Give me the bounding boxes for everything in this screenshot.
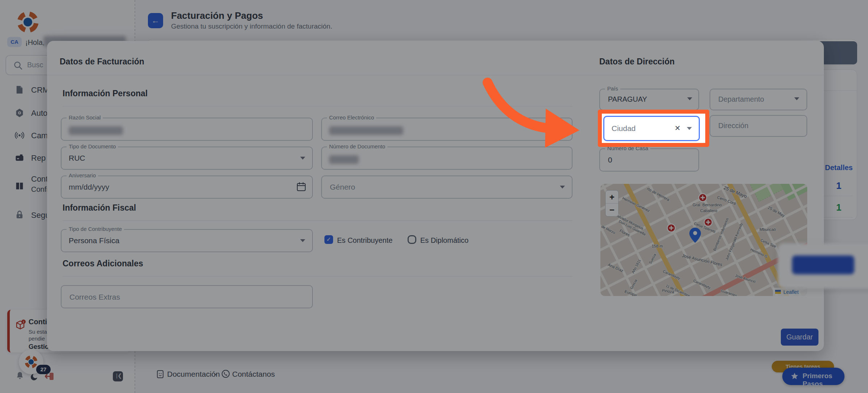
ciudad-autocomplete-field[interactable]: Ciudad ✕ xyxy=(603,116,700,141)
chevron-down-icon xyxy=(687,97,692,100)
tipo-documento-select[interactable] xyxy=(61,147,313,170)
search-icon xyxy=(13,61,23,70)
collapse-sidebar-button[interactable]: |❮ xyxy=(113,371,123,381)
alert-line2: pendie xyxy=(29,335,45,342)
genero-placeholder: Género xyxy=(330,183,355,191)
numero-documento-label: Número de Documento xyxy=(327,143,387,150)
search-placeholder: Busc xyxy=(27,61,43,69)
map-scale-label: 158 m xyxy=(652,244,663,248)
zoom-in-button[interactable]: + xyxy=(609,192,614,202)
clear-icon[interactable]: ✕ xyxy=(675,124,681,132)
leaflet-map[interactable]: 25 de Mayo Cerro Corá Gral. Bernardino C… xyxy=(600,184,807,296)
greeting-text: ¡Hola, xyxy=(25,38,44,47)
numero-documento-value-redacted xyxy=(329,155,359,164)
chevron-down-icon[interactable] xyxy=(687,127,692,130)
chevron-down-icon xyxy=(794,97,799,100)
tipo-contribuyente-value: Persona Física xyxy=(69,236,119,245)
user-avatar[interactable]: CA xyxy=(7,37,22,47)
primeros-pasos-label: Primeros Pasos xyxy=(803,372,844,388)
correo-label: Correo Electrónico xyxy=(327,114,376,121)
back-button[interactable]: ← xyxy=(148,13,163,28)
aniversario-value: mm/dd/yyyy xyxy=(69,183,109,191)
genero-select[interactable] xyxy=(321,176,573,199)
direccion-placeholder: Dirección xyxy=(718,122,748,130)
documentation-link[interactable]: Documentación xyxy=(167,370,220,379)
hexagon-icon xyxy=(14,108,25,118)
correo-value-redacted xyxy=(329,126,403,135)
street-label: Caballero xyxy=(700,208,717,213)
documentation-icon xyxy=(156,370,164,379)
street-label: Mburicaó xyxy=(760,227,776,232)
pais-value: PARAGUAY xyxy=(608,95,647,103)
alert-box-icon: ! xyxy=(15,319,26,330)
chevron-down-icon xyxy=(560,186,565,189)
ciudad-spotlight: Ciudad ✕ Número de Casa xyxy=(598,110,709,147)
detalles-column-link[interactable]: Detalles xyxy=(825,164,853,172)
tipo-contribuyente-label: Tipo de Contribuyente xyxy=(67,226,124,232)
chevron-down-icon xyxy=(300,157,305,160)
contact-link[interactable]: Contáctanos xyxy=(232,370,275,379)
app-logo-icon xyxy=(24,355,38,369)
pais-label: País xyxy=(605,85,620,92)
fiscal-info-heading: Información Fiscal xyxy=(63,203,136,213)
hospital-marker[interactable] xyxy=(704,218,712,226)
street-label: Gral. Bernardino xyxy=(693,203,722,207)
es-diplomatico-label: Es Diplomático xyxy=(420,236,468,245)
svg-text:!: ! xyxy=(23,320,24,324)
file-icon xyxy=(14,85,25,95)
leaflet-link[interactable]: Leaflet xyxy=(783,289,799,295)
ciudad-placeholder: Ciudad xyxy=(612,124,636,133)
blurred-widget-button[interactable] xyxy=(792,255,854,274)
app-logo-icon xyxy=(16,10,40,34)
departamento-placeholder: Departamento xyxy=(718,95,764,103)
address-section-title: Datos de Dirección xyxy=(599,57,675,67)
footer-separator: - xyxy=(214,370,217,379)
alert-line1: Su esta xyxy=(29,329,47,335)
star-icon xyxy=(790,372,799,381)
chevron-down-icon xyxy=(300,239,305,242)
wallet-icon xyxy=(14,153,25,163)
numero-casa-label-peek: Número de Casa xyxy=(605,142,684,143)
primeros-pasos-button[interactable]: Primeros Pasos xyxy=(782,368,844,385)
broadcast-icon xyxy=(14,130,25,140)
tipo-documento-label: Tipo de Documento xyxy=(67,143,118,150)
billing-settings-page: CA ¡Hola, Busc CRM Auto Cam xyxy=(0,0,868,393)
tipo-documento-value: RUC xyxy=(69,154,85,162)
table-value-blue: 1 xyxy=(836,180,841,191)
billing-modal: Datos de Facturación Datos de Dirección … xyxy=(47,41,824,351)
es-diplomatico-checkbox[interactable] xyxy=(408,235,416,244)
personal-info-heading: Información Personal xyxy=(63,89,148,98)
bell-icon[interactable] xyxy=(16,371,24,380)
correos-heading: Correos Adicionales xyxy=(63,259,143,269)
lock-icon xyxy=(14,210,25,220)
numero-documento-field[interactable] xyxy=(321,147,573,170)
book-icon xyxy=(14,181,25,191)
razon-social-value-redacted xyxy=(69,126,123,135)
alert-title: Conti xyxy=(29,318,47,326)
zoom-out-button[interactable]: − xyxy=(609,205,614,215)
back-arrow-icon: ← xyxy=(152,16,159,25)
es-contribuyente-label: Es Contribuyente xyxy=(337,236,392,245)
hospital-marker[interactable] xyxy=(699,194,707,202)
contact-phone-icon xyxy=(221,369,230,378)
razon-social-label: Razón Social xyxy=(67,114,103,121)
calendar-icon[interactable] xyxy=(297,182,306,191)
logout-icon[interactable] xyxy=(45,372,54,381)
hospital-marker[interactable] xyxy=(667,224,675,232)
table-value-green: 1 xyxy=(836,202,841,213)
es-contribuyente-checkbox[interactable]: ✓ xyxy=(324,235,333,244)
page-subtitle: Gestiona tu suscripción y información de… xyxy=(171,22,332,30)
dark-mode-icon[interactable] xyxy=(30,373,38,381)
guardar-button[interactable]: Guardar xyxy=(781,329,818,346)
aniversario-label: Aniversario xyxy=(67,172,98,179)
numero-casa-value: 0 xyxy=(608,156,612,164)
billing-section-title: Datos de Facturación xyxy=(60,57,144,67)
correos-extras-placeholder: Correos Extras xyxy=(69,293,120,301)
numero-casa-field[interactable] xyxy=(599,148,699,172)
page-title: Facturación y Pagos xyxy=(171,10,263,21)
